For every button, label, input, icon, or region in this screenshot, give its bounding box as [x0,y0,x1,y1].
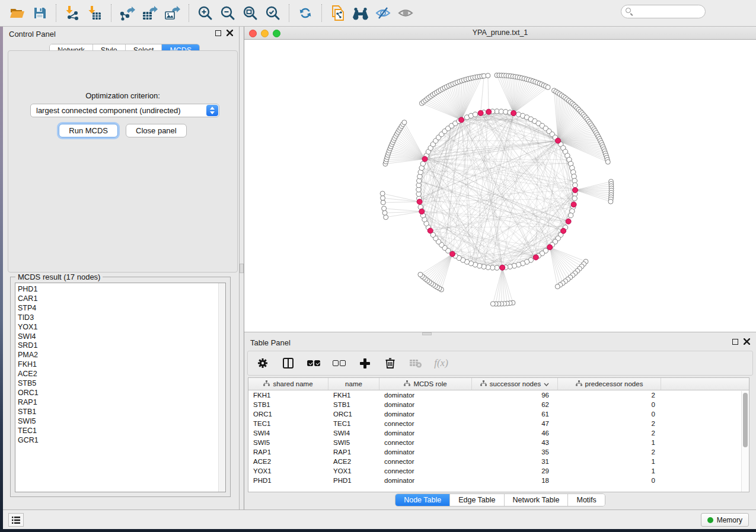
column-type-icon [404,380,410,387]
mcds-result-item[interactable]: RAP1 [18,398,225,408]
mcds-result-item[interactable]: PMA2 [18,351,225,360]
mcds-result-item[interactable]: ORC1 [18,389,225,398]
desktop: Control Panel NetworkStyleSelectMCDS Opt… [0,0,756,532]
tab-node-table[interactable]: Node Table [395,494,450,506]
table-row[interactable]: FKH1FKH1dominator962 [248,390,749,400]
export-table-icon[interactable] [139,2,161,24]
mcds-result-item[interactable]: SRD1 [18,341,225,351]
float-panel-icon[interactable] [215,30,221,36]
save-session-icon[interactable] [28,2,51,24]
refresh-layout-icon[interactable] [294,2,317,24]
mcds-result-item[interactable]: SWI4 [18,332,225,342]
memory-button[interactable]: Memory [701,513,749,527]
mcds-result-title: MCDS result (17 nodes) [15,273,103,281]
select-all-checkboxes-icon[interactable] [306,355,321,371]
criterion-select[interactable]: largest connected component (undirected) [30,104,219,117]
import-network-icon[interactable] [61,2,84,24]
close-panel-icon[interactable] [744,338,750,345]
trash-icon[interactable] [382,355,398,371]
vertical-splitter[interactable] [240,27,244,509]
memory-status-dot-icon [707,517,713,523]
vizmapper-eye-icon[interactable] [372,2,394,24]
zoom-fit-icon[interactable] [239,2,261,24]
mcds-result-item[interactable]: TID3 [18,313,225,323]
window-zoom-icon[interactable] [273,30,280,37]
mcds-result-item[interactable]: YOX1 [18,323,225,332]
table-scrollbar[interactable] [741,391,749,492]
mcds-result-item[interactable]: ACE2 [18,370,225,379]
tab-edge-table[interactable]: Edge Table [450,494,504,506]
mcds-result-item[interactable]: STB1 [18,408,225,417]
table-row[interactable]: STB1STB1dominator620 [248,400,749,409]
table-toolbar: f(x) [247,351,753,376]
zoom-out-icon[interactable] [216,2,239,24]
column-header-successor-nodes[interactable]: successor nodes [472,378,558,390]
mcds-result-item[interactable]: PHD1 [18,285,225,294]
table-row[interactable]: SWI4SWI4dominator462 [248,428,749,438]
table-row[interactable]: ACE2ACE2connector311 [248,457,749,466]
function-fx-icon[interactable]: f(x) [433,355,449,371]
split-columns-icon[interactable] [280,355,296,371]
gear-icon[interactable] [255,355,270,371]
cell-successor-nodes: 61 [472,409,558,419]
open-file-icon[interactable] [6,2,28,24]
network-graph[interactable] [244,40,756,332]
tab-motifs[interactable]: Motifs [568,494,604,506]
run-mcds-button[interactable]: Run MCDS [59,124,118,137]
tab-network-table[interactable]: Network Table [505,494,569,506]
column-type-icon [576,380,582,387]
cell-successor-nodes: 43 [472,438,558,447]
float-panel-icon[interactable] [732,339,738,345]
zoom-selected-icon[interactable] [261,2,284,24]
delete-table-icon[interactable] [408,355,423,371]
table-row[interactable]: ORC1ORC1dominator610 [248,409,749,419]
mcds-result-item[interactable]: TEC1 [18,427,225,436]
column-type-icon [480,380,487,387]
cell-successor-nodes: 62 [472,400,558,409]
mcds-list-scrollbar[interactable] [218,283,225,492]
export-network-icon[interactable] [116,2,139,24]
mcds-result-item[interactable]: SWI5 [18,417,225,427]
task-history-button[interactable] [8,513,24,527]
mcds-result-item[interactable]: STP4 [18,304,225,313]
clone-network-icon[interactable] [327,2,349,24]
main-toolbar [0,0,756,27]
table-row[interactable]: PHD1PHD1dominator180 [248,476,749,485]
search-input[interactable] [621,5,706,18]
add-column-icon[interactable] [357,355,372,371]
show-hide-eye-icon[interactable] [394,2,417,24]
cell-predecessor-nodes: 2 [558,419,661,428]
column-header-shared-name[interactable]: shared name [248,378,328,390]
cell-successor-nodes: 96 [472,390,558,400]
column-header-predecessor-nodes[interactable]: predecessor nodes [558,378,661,390]
close-panel-button[interactable]: Close panel [126,124,187,137]
mcds-result-list[interactable]: PHD1CAR1STP4TID3YOX1SWI4SRD1PMA2FKH1ACE2… [15,283,226,492]
window-minimize-icon[interactable] [261,30,269,37]
table-row[interactable]: TEC1TEC1connector472 [248,419,749,428]
cell-name: SWI5 [328,438,379,447]
cell-predecessor-nodes: 0 [558,476,661,485]
table-scrollbar-thumb[interactable] [743,393,748,447]
column-header-name[interactable]: name [328,378,379,390]
cell-name: TEC1 [328,419,379,428]
splitter-grip[interactable] [240,264,244,273]
zoom-in-icon[interactable] [194,2,216,24]
import-table-icon[interactable] [84,2,106,24]
table-row[interactable]: SWI5SWI5connector431 [248,438,749,447]
mcds-result-item[interactable]: GCR1 [18,436,225,446]
cell-predecessor-nodes: 1 [558,438,661,447]
table-row[interactable]: YOX1YOX1connector291 [248,466,749,476]
node-table[interactable]: shared namenameMCDS rolesuccessor nodesp… [248,377,749,492]
cell-name: SWI4 [328,428,379,438]
clear-selection-checkboxes-icon[interactable] [331,355,347,371]
column-header-MCDS-role[interactable]: MCDS role [379,378,472,390]
window-close-icon[interactable] [249,30,257,37]
export-image-icon[interactable] [161,2,184,24]
close-panel-icon[interactable] [227,30,233,36]
network-canvas[interactable] [244,40,756,332]
table-row[interactable]: RAP1RAP1dominator352 [248,447,749,457]
mcds-result-item[interactable]: STB5 [18,379,225,389]
mcds-result-item[interactable]: CAR1 [18,294,225,304]
find-binoculars-icon[interactable] [349,2,372,24]
mcds-result-item[interactable]: FKH1 [18,360,225,370]
